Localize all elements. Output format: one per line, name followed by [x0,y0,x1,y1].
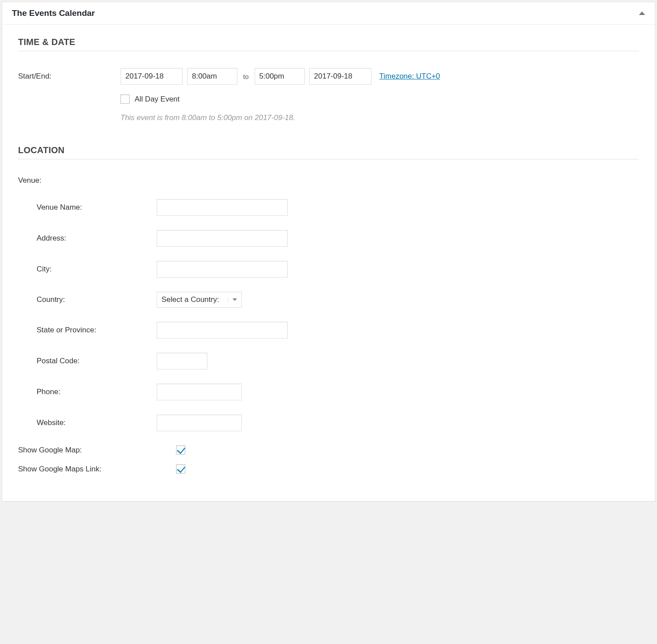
address-row: Address: [18,230,639,247]
country-row: Country: Select a Country: [18,292,639,308]
state-input[interactable] [157,322,288,339]
state-label: State or Province: [18,326,157,335]
end-time-input[interactable] [255,68,305,85]
chevron-down-icon [233,298,237,301]
state-row: State or Province: [18,322,639,339]
collapse-toggle-icon[interactable] [639,11,645,15]
start-date-input[interactable] [120,68,183,85]
start-end-label: Start/End: [18,72,120,81]
timezone-link[interactable]: Timezone: UTC+0 [379,72,440,81]
event-summary-text: This event is from 8:00am to 5:00pm on 2… [120,113,639,122]
all-day-label: All Day Event [135,95,180,104]
to-text: to [242,73,250,80]
postal-input[interactable] [157,353,207,369]
website-input[interactable] [157,414,242,431]
location-section-title: LOCATION [18,145,639,159]
panel-title: The Events Calendar [12,8,95,18]
all-day-row: All Day Event [120,94,639,104]
venue-name-row: Venue Name: [18,199,639,216]
start-end-row: Start/End: to Timezone: UTC+0 [18,68,639,85]
all-day-checkbox[interactable] [120,94,130,104]
venue-name-input[interactable] [157,199,288,216]
postal-row: Postal Code: [18,353,639,369]
address-label: Address: [18,234,157,243]
city-input[interactable] [157,261,288,278]
postal-label: Postal Code: [18,357,157,365]
panel-body: TIME & DATE Start/End: to Timezone: UTC+… [2,25,655,501]
show-map-checkbox[interactable] [176,445,185,455]
select-arrow-box [228,298,237,301]
time-date-section-title: TIME & DATE [18,37,639,51]
website-row: Website: [18,414,639,431]
start-end-inputs: to Timezone: UTC+0 [120,68,440,85]
phone-label: Phone: [18,388,157,396]
show-map-link-row: Show Google Maps Link: [18,464,639,474]
venue-name-label: Venue Name: [18,203,157,212]
show-map-row: Show Google Map: [18,445,639,455]
show-map-link-checkbox[interactable] [176,464,185,474]
venue-heading: Venue: [18,176,639,185]
country-label: Country: [18,295,157,304]
phone-input[interactable] [157,384,242,400]
country-selected-text: Select a Country: [161,295,219,304]
start-time-input[interactable] [187,68,237,85]
city-label: City: [18,265,157,274]
country-select[interactable]: Select a Country: [157,292,242,308]
city-row: City: [18,261,639,278]
show-map-label: Show Google Map: [18,446,176,455]
end-date-input[interactable] [309,68,372,85]
address-input[interactable] [157,230,288,247]
website-label: Website: [18,418,157,427]
phone-row: Phone: [18,384,639,400]
panel-header: The Events Calendar [2,2,655,25]
show-map-link-label: Show Google Maps Link: [18,465,176,474]
events-calendar-panel: The Events Calendar TIME & DATE Start/En… [2,2,655,501]
